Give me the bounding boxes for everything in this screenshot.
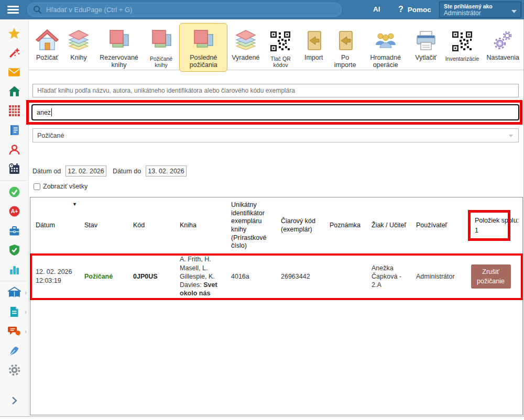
mail-icon [8,67,20,78]
cell-poznamka [324,254,366,299]
column-header-kod[interactable]: Kód [128,197,174,254]
toolbar-item-hromadne-operacie[interactable]: Hromadné operácie [362,23,410,72]
library-icon [8,286,21,299]
sidebar-item-library[interactable]: › [0,283,28,302]
date-from-input[interactable] [66,165,106,176]
sidebar-item-profile[interactable] [0,140,28,159]
shield-icon [8,244,20,256]
qr-code-icon [270,31,291,52]
cell-ziak-ucitel: Anežka Čapková - 2.A [366,254,411,299]
signed-in-user-dropdown[interactable]: Ste prihlásený ako Administrátor [439,2,521,18]
cell-kniha: A. Frith, H. Masell, L. Gillespie, K. Da… [174,254,226,299]
sidebar-item-grades[interactable]: A+ [0,202,28,221]
toolbar-label: Tlač QR kódov [267,56,294,68]
toolbar-item-knihy[interactable]: Knihy [63,23,94,64]
column-header-pouzivatel[interactable]: Používateľ [411,197,459,254]
help-button[interactable]: ? Pomoc [398,5,431,14]
layers-icon [67,29,91,52]
book-search-value: anez [37,109,51,116]
toolbar-item-rezervovane-knihy[interactable]: Rezervované knihy [95,23,143,72]
toolbar-item-nastavenia[interactable]: Nastavenia [483,23,522,64]
toolbar-item-inventarizacie[interactable]: Inventarizácie [442,23,483,64]
column-header-poznamka[interactable]: Poznámka [324,197,366,254]
book-search-hint-input[interactable]: Hľadať knihu podľa názvu, autora, unikát… [32,84,519,97]
help-label: Pomoc [408,6,431,14]
loans-table: Dátum ▼ Stav Kód Kniha Unikátny identifi… [30,197,523,415]
sidebar-item-office[interactable] [0,221,28,240]
toolbar-item-tlac-qr-kodov[interactable]: Tlač QR kódov [264,23,297,71]
sidebar-item-exams[interactable] [0,341,28,360]
sidebar-item-favorites[interactable] [0,24,28,43]
expand-chevron-icon [9,395,19,406]
sidebar-item-timetable[interactable] [0,101,28,120]
sidebar-divider [0,281,28,281]
show-all-row: Zobraziť všetky [34,183,88,190]
date-to-input[interactable] [146,165,187,176]
notes-icon [8,306,20,318]
toolbar-item-po-importe[interactable]: Po importe [330,23,361,72]
table-header-row: Dátum ▼ Stav Kód Kniha Unikátny identifi… [30,197,522,254]
search-icon [33,5,42,14]
library-content: Hľadať knihu podľa názvu, autora, unikát… [29,70,523,416]
global-search-input[interactable]: Hľadať v EduPage (Ctrl + G) [27,3,342,17]
column-header-unikatny-identifikator[interactable]: Unikátny identifikátor exempláru knihy (… [226,197,276,254]
sidebar-item-communication[interactable]: › [0,322,28,341]
date-to-label: Dátum do [113,168,141,175]
qr-code-icon [452,31,473,52]
sidebar-item-security[interactable] [0,240,28,260]
cell-kod: 0JP0US [128,254,174,299]
edupage-library-window: Hľadať v EduPage (Ctrl + G) AI ? Pomoc S… [0,0,524,420]
column-header-kniha[interactable]: Kniha [174,197,226,254]
column-header-ciarovy-kod[interactable]: Čiarový kód (exemplár) [276,197,324,254]
cell-unikatny-identifikator: 4016a [226,254,276,299]
sidebar-expand-button[interactable] [0,391,28,410]
toolbar-item-posledne-pozicania[interactable]: Posledné požičania [179,23,227,72]
toolbar-item-import[interactable]: Import [299,23,329,64]
toolbar-label: Požičať [36,54,58,61]
people-group-icon [374,30,398,52]
hamburger-menu-icon[interactable] [7,6,19,14]
toolbar-item-vyradene[interactable]: Vyradené [228,23,263,64]
layers-icon [234,29,258,52]
sort-desc-icon[interactable]: ▼ [72,202,77,207]
submenu-chevron-icon: › [25,328,27,335]
book-search-input[interactable]: anez [31,104,519,120]
toolbar-item-vytlacit[interactable]: Vytlačiť [411,23,441,64]
app-frame: A+ › › › [0,19,524,417]
star-icon [8,27,20,40]
toolbar-label: Nastavenia [486,54,519,61]
books-stack-icon [107,29,131,52]
toolbar-label: Hromadné operácie [365,54,407,69]
sidebar-item-wizard[interactable] [0,43,28,62]
column-header-ziak-ucitel[interactable]: Žiak / Učiteľ [366,197,411,254]
bar-chart-icon [8,263,20,275]
sidebar-item-classbook[interactable] [0,120,28,140]
status-filter-select[interactable]: Požičané [32,128,519,142]
gears-icon [491,30,515,52]
cell-pouzivatel: Administrátor [411,254,459,299]
module-sidebar: A+ › › › [0,19,29,416]
toolbar-item-pozicat[interactable]: Požičať [32,23,62,64]
briefcase-icon [8,225,20,237]
sidebar-item-home[interactable] [0,82,28,101]
show-all-checkbox[interactable] [34,183,40,190]
sidebar-item-statistics[interactable] [0,260,28,279]
toolbar-label: Požičané knihy [147,56,175,68]
sidebar-item-settings[interactable] [0,360,28,380]
sidebar-item-messages[interactable] [0,62,28,82]
cancel-loan-button[interactable]: Zrušiť požičanie [471,264,511,289]
books-stack-icon [191,29,215,52]
column-header-datum[interactable]: Dátum ▼ [30,197,79,254]
ai-button[interactable]: AI [373,5,380,13]
sidebar-item-agenda[interactable] [0,159,28,179]
toolbar-item-pozicane-knihy[interactable]: Požičané knihy [144,23,178,71]
book-search-placeholder: Hľadať knihu podľa názvu, autora, unikát… [37,87,295,94]
table-row[interactable]: 12. 02. 202612:03:19 Požičané 0JP0US A. … [30,254,522,299]
sidebar-item-attendance[interactable] [0,182,28,202]
sidebar-divider [0,180,28,181]
sidebar-item-documents[interactable]: › [0,302,28,322]
global-search-placeholder: Hľadať v EduPage (Ctrl + G) [46,6,132,14]
column-header-stav[interactable]: Stav [79,197,128,254]
date-from-label: Dátum od [32,168,61,175]
toolbar-label: Inventarizácie [445,56,479,62]
